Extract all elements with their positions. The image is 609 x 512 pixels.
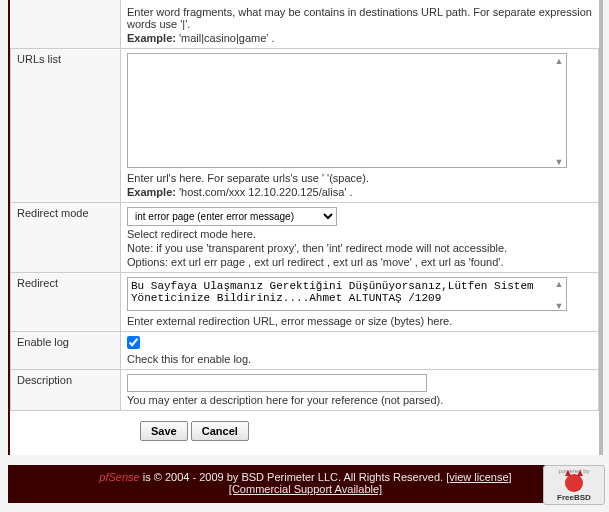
redirect-mode-cell: int error page (enter error message) Sel… — [121, 203, 599, 273]
freebsd-badge[interactable]: powered by FreeBSD — [543, 465, 605, 505]
urls-example: Example: 'host.com/xxx 12.10.220.125/ali… — [127, 186, 592, 198]
intro-example-value: 'mail|casino|game' . — [179, 32, 275, 44]
intro-example: Example: 'mail|casino|game' . — [127, 32, 593, 44]
redirect-mode-hint3: Options: ext url err page , ext url redi… — [127, 256, 592, 268]
enable-log-label: Enable log — [11, 332, 121, 370]
urls-hint: Enter url's here. For separate urls's us… — [127, 172, 592, 184]
intro-label-cell — [11, 0, 121, 49]
description-input[interactable] — [127, 374, 427, 392]
scroll-down-icon[interactable]: ▼ — [554, 157, 564, 167]
footer-brand: pfSense — [99, 471, 139, 483]
badge-name: FreeBSD — [557, 493, 591, 502]
redirect-textarea[interactable] — [127, 277, 567, 311]
redirect-cell: ▲ ▼ Enter external redirection URL, erro… — [121, 273, 599, 332]
urls-label: URLs list — [11, 49, 121, 203]
redirect-label: Redirect — [11, 273, 121, 332]
footer: pfSense is © 2004 - 2009 by BSD Perimete… — [8, 465, 603, 503]
redirect-mode-hint2: Note: if you use 'transparent proxy', th… — [127, 242, 592, 254]
intro-hint: Enter word fragments, what may be contai… — [127, 6, 593, 30]
button-row: Save Cancel — [10, 411, 599, 447]
enable-log-hint: Check this for enable log. — [127, 353, 592, 365]
scroll-up-icon[interactable]: ▲ — [554, 56, 564, 66]
description-label: Description — [11, 370, 121, 411]
redirect-textarea-wrap: ▲ ▼ — [127, 277, 567, 313]
scroll-down-icon[interactable]: ▼ — [554, 301, 564, 311]
save-button[interactable]: Save — [140, 421, 188, 441]
settings-form: Enter word fragments, what may be contai… — [8, 0, 603, 455]
scroll-up-icon[interactable]: ▲ — [554, 279, 564, 289]
footer-line1: pfSense is © 2004 - 2009 by BSD Perimete… — [12, 471, 599, 483]
redirect-mode-label: Redirect mode — [11, 203, 121, 273]
intro-cell: Enter word fragments, what may be contai… — [121, 0, 599, 49]
footer-line2: [Commercial Support Available] — [12, 483, 599, 495]
redirect-mode-hint1: Select redirect mode here. — [127, 228, 592, 240]
redirect-hint: Enter external redirection URL, error me… — [127, 315, 592, 327]
freebsd-icon — [565, 474, 583, 492]
form-table: Enter word fragments, what may be contai… — [10, 0, 599, 411]
urls-cell: ▲ ▼ Enter url's here. For separate urls'… — [121, 49, 599, 203]
cancel-button[interactable]: Cancel — [191, 421, 249, 441]
urls-example-label: Example: — [127, 186, 176, 198]
row-redirect: Redirect ▲ ▼ Enter external redirection … — [11, 273, 599, 332]
intro-example-label: Example: — [127, 32, 176, 44]
row-intro: Enter word fragments, what may be contai… — [11, 0, 599, 49]
urls-textarea-wrap: ▲ ▼ — [127, 53, 567, 170]
row-enable-log: Enable log Check this for enable log. — [11, 332, 599, 370]
urls-textarea[interactable] — [127, 53, 567, 168]
description-hint: You may enter a description here for you… — [127, 394, 592, 406]
row-description: Description You may enter a description … — [11, 370, 599, 411]
commercial-support-link[interactable]: [Commercial Support Available] — [229, 483, 382, 495]
row-urls: URLs list ▲ ▼ Enter url's here. For sepa… — [11, 49, 599, 203]
row-redirect-mode: Redirect mode int error page (enter erro… — [11, 203, 599, 273]
urls-example-value: 'host.com/xxx 12.10.220.125/alisa' . — [179, 186, 353, 198]
footer-copyright: is © 2004 - 2009 by BSD Perimeter LLC. A… — [140, 471, 446, 483]
description-cell: You may enter a description here for you… — [121, 370, 599, 411]
enable-log-cell: Check this for enable log. — [121, 332, 599, 370]
redirect-mode-select[interactable]: int error page (enter error message) — [127, 207, 337, 226]
view-license-link[interactable]: [view license] — [446, 471, 511, 483]
enable-log-checkbox[interactable] — [127, 336, 140, 349]
